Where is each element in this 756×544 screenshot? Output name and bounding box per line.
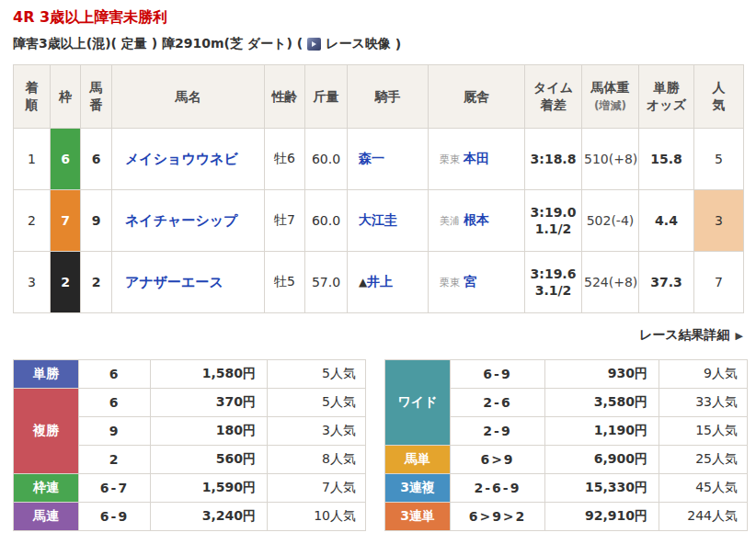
race-detail-link[interactable]: レース結果詳細 (639, 327, 730, 342)
payout-combo: 2-9 (451, 417, 545, 446)
payout-type-tansho: 単勝 (14, 360, 79, 389)
popularity: 7 (694, 252, 744, 313)
time-margin: 3:19.6 3.1/2 (525, 252, 582, 313)
payout-popularity: 15人気 (659, 417, 748, 446)
race-conditions-text: 障害3歳以上(混)( 定量 ) 障2910m(芝 ダート) ( (13, 36, 303, 52)
horse-link[interactable]: メイショウウネビ (125, 151, 238, 167)
payout-amount: 370円 (151, 389, 268, 417)
payout-combo: 9 (79, 417, 151, 446)
time-margin: 3:19.0 1.1/2 (525, 190, 582, 252)
payout-popularity: 9人気 (659, 360, 748, 389)
payout-popularity: 10人気 (268, 503, 366, 531)
race-conditions: 障害3歳以上(混)( 定量 ) 障2910m(芝 ダート) ( レース映像 ) (13, 36, 743, 52)
payout-combo: 6>9>2 (451, 503, 545, 531)
sex-age: 牡6 (265, 129, 305, 190)
col-header-stable: 厩舎 (429, 65, 525, 129)
video-icon[interactable] (307, 38, 321, 51)
horse-link[interactable]: ネイチャーシップ (125, 212, 237, 229)
payout-amount: 3,580円 (545, 389, 659, 417)
win-odds: 37.3 (639, 252, 694, 313)
col-header-weight-carried: 斤量 (305, 65, 348, 129)
payout-row-sanrentan: 3連単 6>9>2 92,910円 244人気 (385, 503, 748, 531)
payout-popularity: 7人気 (268, 474, 366, 503)
payout-type-umatan: 馬単 (385, 446, 451, 474)
payout-popularity: 5人気 (268, 389, 366, 417)
payout-combo: 6 (79, 389, 151, 417)
jockey-link[interactable]: 井上 (367, 274, 393, 289)
payout-popularity: 244人気 (659, 503, 748, 531)
time-margin: 3:18.8 (525, 129, 582, 190)
trainer-link[interactable]: 本田 (464, 151, 489, 165)
col-header-jockey: 騎手 (348, 65, 429, 129)
win-odds: 4.4 (639, 190, 694, 252)
horse-number: 9 (81, 190, 112, 252)
stable-cell: 栗東本田 (429, 129, 525, 190)
payout-amount: 1,580円 (151, 360, 268, 389)
stable-region: 栗東 (440, 277, 460, 289)
payout-combo: 6-9 (451, 360, 545, 389)
popularity: 3 (694, 190, 744, 252)
payout-type-fukusho: 複勝 (14, 389, 79, 474)
stable-cell: 栗東宮 (429, 252, 525, 313)
sex-age: 牡7 (265, 190, 305, 252)
finish-position: 1 (14, 129, 51, 190)
payout-type-wakuren: 枠連 (14, 474, 79, 503)
weight-carried: 57.0 (305, 252, 348, 313)
trainer-link[interactable]: 根本 (464, 212, 489, 227)
payout-row-umaren: 馬連 6-9 3,240円 10人気 (14, 503, 366, 531)
stable-region: 栗東 (440, 153, 460, 165)
stable-region: 美浦 (440, 215, 460, 227)
popularity: 5 (694, 129, 744, 190)
result-row-1: 1 6 6 メイショウウネビ 牡6 60.0 森一 栗東本田 3:18.8 51… (14, 129, 744, 190)
horse-link[interactable]: アナザーエース (125, 274, 223, 290)
payout-amount: 92,910円 (545, 503, 659, 531)
jockey-link[interactable]: 大江圭 (359, 212, 397, 227)
col-header-popularity: 人気 (694, 65, 744, 129)
trainer-link[interactable]: 宮 (464, 274, 476, 289)
result-row-2: 2 7 9 ネイチャーシップ 牡7 60.0 大江圭 美浦根本 3:19.0 1… (14, 190, 744, 252)
jockey-link[interactable]: 森一 (359, 151, 384, 165)
frame-badge: 6 (51, 129, 81, 190)
payout-row-umatan: 馬単 6>9 6,900円 25人気 (385, 446, 748, 474)
horse-weight: 524(+8) (582, 252, 639, 313)
weight-carried: 60.0 (305, 190, 348, 252)
col-header-finish: 着順 (14, 65, 51, 129)
finish-position: 3 (14, 252, 51, 313)
payout-popularity: 45人気 (659, 474, 748, 503)
payout-table-right: ワイド 6-9 930円 9人気 2-6 3,580円 33人気 2-9 1,1… (384, 359, 748, 531)
payout-type-umaren: 馬連 (14, 503, 79, 531)
payout-row-wakuren: 枠連 6-7 1,590円 7人気 (14, 474, 366, 503)
col-header-frame: 枠 (51, 65, 81, 129)
payout-popularity: 33人気 (659, 389, 748, 417)
sex-age: 牡5 (265, 252, 305, 313)
payout-popularity: 5人気 (268, 360, 366, 389)
jockey-cell: ▲井上 (348, 252, 429, 313)
payout-amount: 930円 (545, 360, 659, 389)
finish-position: 2 (14, 190, 51, 252)
results-header-row: 着順 枠 馬番 馬名 性齢 斤量 騎手 厩舎 タイム 着差 馬体重 (増減) 単… (14, 65, 744, 129)
payout-row-fukusho-1: 複勝 6 370円 5人気 (14, 389, 366, 417)
horse-weight: 502(-4) (582, 190, 639, 252)
jockey-cell: 森一 (348, 129, 429, 190)
payout-amount: 180円 (151, 417, 268, 446)
payout-amount: 560円 (151, 446, 268, 474)
payout-combo: 6>9 (451, 446, 545, 474)
col-header-sex-age: 性齢 (265, 65, 305, 129)
weight-carried: 60.0 (305, 129, 348, 190)
horse-weight: 510(+8) (582, 129, 639, 190)
payout-combo: 2 (79, 446, 151, 474)
race-conditions-close: ) (395, 37, 401, 51)
payout-combo: 6-9 (79, 503, 151, 531)
jockey-apprentice-mark: ▲ (359, 276, 367, 289)
payout-amount: 1,190円 (545, 417, 659, 446)
race-video-link[interactable]: レース映像 (326, 36, 391, 52)
payout-type-sanrenpuku: 3連複 (385, 474, 451, 503)
race-title: 4R 3歳以上障害未勝利 (13, 8, 743, 28)
horse-name-cell: アナザーエース (112, 252, 265, 313)
payout-amount: 3,240円 (151, 503, 268, 531)
col-header-horse: 馬名 (112, 65, 265, 129)
payout-combo: 2-6-9 (451, 474, 545, 503)
payout-popularity: 3人気 (268, 417, 366, 446)
col-header-horse-weight: 馬体重 (増減) (582, 65, 639, 129)
horse-number: 2 (81, 252, 112, 313)
